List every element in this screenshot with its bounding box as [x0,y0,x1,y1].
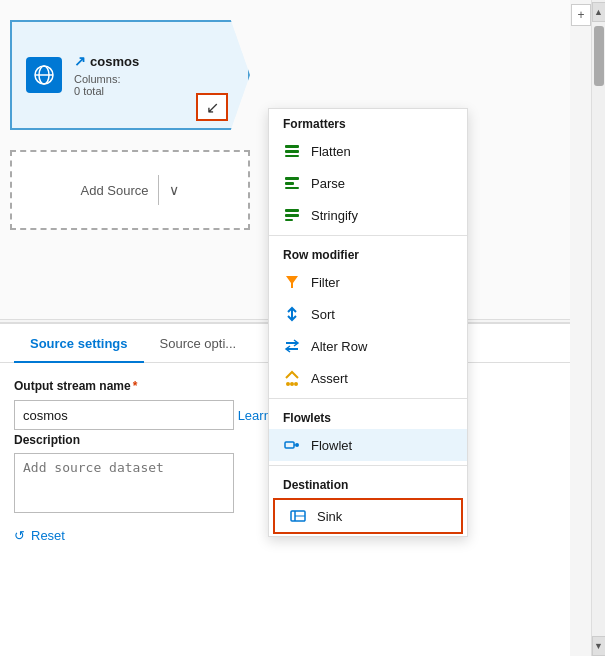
svg-rect-7 [285,182,294,185]
right-scrollbar[interactable]: ▲ ▼ [591,0,605,656]
menu-item-sink[interactable]: Sink [273,498,463,534]
alterrow-icon [283,337,301,355]
node-action-button[interactable]: ↙ [196,93,228,121]
sink-label: Sink [317,509,342,524]
svg-rect-6 [285,177,299,180]
svg-marker-12 [286,276,298,288]
svg-rect-5 [285,155,299,157]
parse-label: Parse [311,176,345,191]
menu-item-sort[interactable]: Sort [269,298,467,330]
destination-header: Destination [269,470,467,496]
svg-point-18 [294,382,298,386]
chevron-down-icon[interactable]: ∨ [169,182,179,198]
sort-label: Sort [311,307,335,322]
plus-icon: + [577,8,584,22]
svg-rect-10 [285,214,299,217]
cosmos-name: cosmos [90,54,139,69]
stringify-label: Stringify [311,208,358,223]
output-stream-input[interactable] [14,400,234,430]
svg-rect-3 [285,145,299,148]
menu-item-flowlet[interactable]: Flowlet [269,429,467,461]
svg-rect-11 [285,219,293,221]
formatters-header: Formatters [269,109,467,135]
svg-rect-19 [285,442,294,448]
assert-icon [283,369,301,387]
row-modifier-header: Row modifier [269,240,467,266]
description-input[interactable] [14,453,234,513]
sink-icon [289,507,307,525]
svg-point-17 [286,382,290,386]
cosmos-icon [26,57,62,93]
flatten-icon [283,142,301,160]
menu-item-stringify[interactable]: Stringify [269,199,467,231]
cosmos-columns: Columns: 0 total [74,73,139,97]
plus-button[interactable]: + [571,4,591,26]
node-action-icon: ↙ [206,98,219,117]
tab-source-settings[interactable]: Source settings [14,324,144,363]
divider-2 [269,398,467,399]
svg-rect-8 [285,187,299,189]
divider-3 [269,465,467,466]
flatten-label: Flatten [311,144,351,159]
cosmos-title: ↗ cosmos [74,53,139,69]
cosmos-title-icon: ↗ [74,53,86,69]
menu-item-alterrow[interactable]: Alter Row [269,330,467,362]
flowlets-header: Flowlets [269,403,467,429]
add-source-divider [158,175,159,205]
parse-icon [283,174,301,192]
menu-item-assert[interactable]: Assert [269,362,467,394]
assert-label: Assert [311,371,348,386]
divider-1 [269,235,467,236]
svg-point-20 [295,443,299,447]
right-toolbar: + [571,0,591,26]
svg-rect-4 [285,150,299,153]
svg-rect-9 [285,209,299,212]
svg-point-16 [290,382,294,386]
dropdown-menu: Formatters Flatten Parse Stringify Row m… [268,108,468,537]
filter-icon [283,273,301,291]
alterrow-label: Alter Row [311,339,367,354]
add-source-area[interactable]: Add Source ∨ [10,150,250,230]
scroll-down-button[interactable]: ▼ [592,636,606,656]
required-star: * [133,379,138,393]
menu-item-parse[interactable]: Parse [269,167,467,199]
flowlet-label: Flowlet [311,438,352,453]
sort-icon [283,305,301,323]
menu-item-flatten[interactable]: Flatten [269,135,467,167]
cosmos-info: ↗ cosmos Columns: 0 total [74,53,139,97]
menu-item-filter[interactable]: Filter [269,266,467,298]
stringify-icon [283,206,301,224]
add-source-label: Add Source [81,183,149,198]
reset-icon: ↺ [14,528,25,543]
tab-source-options[interactable]: Source opti... [144,324,253,363]
filter-label: Filter [311,275,340,290]
scrollbar-thumb[interactable] [594,26,604,86]
flowlet-icon [283,436,301,454]
scroll-up-button[interactable]: ▲ [592,2,606,22]
